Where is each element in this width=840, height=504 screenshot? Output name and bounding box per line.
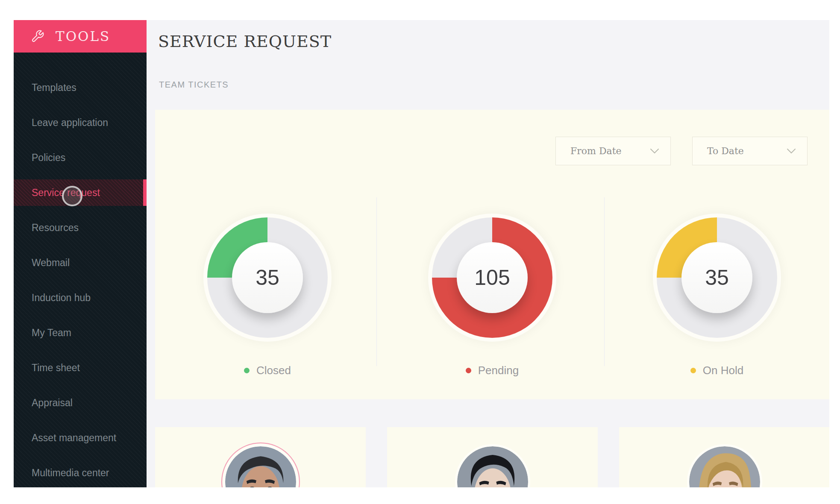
sidebar-item-policies[interactable]: Policies <box>14 140 147 175</box>
sidebar-title: TOOLS <box>56 29 110 44</box>
onhold-legend-dot <box>690 368 696 373</box>
sidebar-menu: Templates Leave application Policies Ser… <box>14 70 147 487</box>
onhold-legend: On Hold <box>690 364 743 377</box>
avatar-ring <box>453 442 532 487</box>
sidebar-item-appraisal[interactable]: Appraisal <box>14 385 147 420</box>
sidebar-item-multimedia-center[interactable]: Multimedia center <box>14 455 147 487</box>
avatar-man-dark-hair <box>223 444 298 487</box>
onhold-chart-section: 35 On Hold <box>605 214 829 377</box>
pending-legend-label: Pending <box>478 364 519 377</box>
pending-legend: Pending <box>466 364 519 377</box>
pending-legend-dot <box>466 368 471 373</box>
closed-legend-dot <box>244 368 250 373</box>
from-date-label: From Date <box>570 146 622 156</box>
sidebar-item-asset-management[interactable]: Asset management <box>14 420 147 455</box>
sidebar-item-leave-application[interactable]: Leave application <box>14 105 147 140</box>
chart-divider <box>604 197 605 366</box>
avatar-highlight-ring <box>221 442 300 487</box>
closed-legend-label: Closed <box>256 364 291 377</box>
onhold-legend-label: On Hold <box>703 364 743 377</box>
sidebar-item-resources[interactable]: Resources <box>14 210 147 245</box>
onhold-donut-chart: 35 <box>653 214 781 342</box>
avatar-man-black-hair <box>455 444 530 487</box>
from-date-dropdown[interactable]: From Date <box>555 137 671 165</box>
closed-count: 35 <box>256 265 279 290</box>
avatar-woman-blonde-hair <box>687 444 762 487</box>
chevron-down-icon <box>787 148 796 154</box>
pending-chart-section: 105 Pending <box>380 214 605 377</box>
onhold-count: 35 <box>705 265 729 290</box>
sidebar-item-induction-hub[interactable]: Induction hub <box>14 280 147 315</box>
to-date-dropdown[interactable]: To Date <box>692 137 808 165</box>
pending-count: 105 <box>474 265 510 290</box>
avatar-ring <box>685 442 764 487</box>
team-member-card[interactable] <box>155 427 366 487</box>
closed-chart-section: 35 Closed <box>155 214 380 377</box>
sidebar-item-templates[interactable]: Templates <box>14 70 147 105</box>
page-title: SERVICE REQUEST <box>158 32 332 51</box>
chevron-down-icon <box>650 148 659 154</box>
donut-charts-row: 35 Closed 105 <box>155 214 829 377</box>
sidebar-item-service-request[interactable]: Service request <box>14 175 147 210</box>
sidebar-item-time-sheet[interactable]: Time sheet <box>14 350 147 385</box>
team-tickets-panel: From Date To Date 35 <box>155 110 829 399</box>
sidebar: TOOLS Templates Leave application Polici… <box>14 20 147 487</box>
section-title: TEAM TICKETS <box>159 80 229 90</box>
closed-donut-chart: 35 <box>203 214 332 342</box>
chart-divider <box>376 197 377 366</box>
main-content: SERVICE REQUEST TEAM TICKETS From Date T… <box>147 20 829 487</box>
active-item-accent-stripe <box>143 179 147 206</box>
sidebar-header: TOOLS <box>14 20 147 53</box>
app-window: TOOLS Templates Leave application Polici… <box>14 20 829 487</box>
to-date-label: To Date <box>707 146 744 156</box>
sidebar-item-my-team[interactable]: My Team <box>14 315 147 350</box>
team-cards-row <box>155 427 829 487</box>
team-member-card[interactable] <box>619 427 829 487</box>
sidebar-item-webmail[interactable]: Webmail <box>14 245 147 280</box>
wrench-icon <box>31 29 44 43</box>
closed-legend: Closed <box>244 364 291 377</box>
team-member-card[interactable] <box>387 427 598 487</box>
pending-donut-chart: 105 <box>428 214 556 342</box>
